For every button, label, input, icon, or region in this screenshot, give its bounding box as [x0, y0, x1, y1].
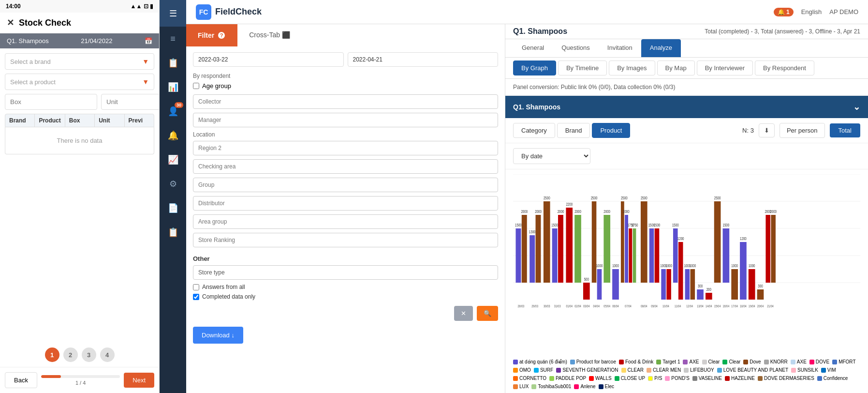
legend-label: DOVE DERMASERIES [764, 376, 814, 381]
sidebar-item-settings[interactable]: ⚙ [160, 172, 186, 196]
area-group-input[interactable] [193, 214, 498, 229]
tab-general[interactable]: General [513, 39, 553, 57]
legend-item: Food & Drink [619, 359, 653, 364]
bar-chart: 1500 2000 28/03 1300 2000 29/03 2500 30/… [513, 174, 860, 310]
sidebar-item-list[interactable]: ≡ [160, 27, 186, 51]
age-group-checkbox[interactable] [193, 83, 199, 89]
svg-rect-19 [558, 215, 563, 283]
region-input[interactable] [193, 141, 498, 155]
group-input[interactable] [193, 178, 498, 192]
brand-button[interactable]: Brand [557, 123, 590, 138]
page-2[interactable]: 2 [63, 348, 78, 362]
product-button[interactable]: Product [592, 123, 630, 138]
date-from-input[interactable] [193, 52, 344, 67]
svg-text:04/04: 04/04 [593, 304, 600, 308]
mobile-panel: 14:00 ▲▲ ⊡ ▮ ✕ Stock Check Q1. Shampoos … [0, 0, 160, 393]
legend-color [758, 376, 763, 381]
collapse-icon[interactable]: ⌄ [853, 102, 860, 112]
unit-input[interactable] [101, 94, 159, 110]
col-unit: Unit [95, 114, 124, 127]
page-4[interactable]: 4 [100, 348, 115, 362]
chart-download-button[interactable]: ⬇ [759, 123, 775, 137]
svg-text:1200: 1200 [740, 236, 747, 242]
legend-label: POND'S [671, 376, 689, 381]
by-date-select[interactable]: By date [513, 148, 590, 164]
age-group-label: Age group [202, 82, 231, 90]
distributor-input[interactable] [193, 196, 498, 211]
product-select[interactable]: Select a product ▼ [5, 74, 154, 90]
tab-analyze[interactable]: Analyze [641, 39, 681, 57]
legend-color [817, 376, 822, 381]
legend-label: WALLS [595, 376, 612, 381]
subtab-by-respondent[interactable]: By Respondent [755, 60, 814, 76]
legend-item: POND'S [665, 376, 689, 381]
filter-clear-button[interactable]: ✕ [454, 306, 473, 321]
progress-fill [41, 375, 61, 378]
subtab-by-images[interactable]: By Images [609, 60, 655, 76]
cross-tab-button[interactable]: Cross-Tab ⬛ [237, 24, 302, 46]
back-button[interactable]: Back [5, 372, 37, 388]
page-1[interactable]: 1 [45, 348, 59, 362]
legend-label: DOVE [816, 359, 829, 364]
answers-from-all-checkbox[interactable] [193, 284, 199, 290]
close-icon[interactable]: ✕ [7, 17, 14, 28]
brand-select[interactable]: Select a brand ▼ [5, 53, 154, 70]
svg-text:1500: 1500 [723, 223, 730, 228]
tab-invitation[interactable]: Invitation [599, 39, 641, 57]
legend-label: AXE [689, 359, 699, 364]
store-type-select[interactable]: Store type [193, 265, 498, 280]
collector-input[interactable] [193, 94, 498, 109]
page-3[interactable]: 3 [82, 348, 96, 362]
box-input[interactable] [5, 94, 97, 110]
svg-text:200: 200 [706, 287, 711, 292]
svg-text:2500: 2500 [621, 196, 628, 201]
sidebar-item-charts[interactable]: 📊 [160, 75, 186, 99]
sidebar-item-docs[interactable]: 📄 [160, 196, 186, 220]
calendar-icon[interactable]: 📅 [145, 37, 152, 45]
language-selector[interactable]: English [801, 8, 822, 15]
per-person-button[interactable]: Per person [780, 123, 825, 138]
nav-toggle[interactable]: ☰ [160, 0, 186, 27]
filter-body: By respondent Age group Location Other S… [186, 46, 505, 349]
legend-label: Product for barcoe [576, 359, 616, 364]
category-button[interactable]: Category [513, 123, 555, 138]
svg-text:18/04: 18/04 [740, 304, 747, 308]
svg-text:01/04: 01/04 [566, 304, 573, 308]
user-menu[interactable]: AP DEMO [829, 8, 858, 15]
sidebar-item-analytics[interactable]: 📈 [160, 148, 186, 172]
legend-item: CLOSE UP [615, 376, 646, 381]
checking-area-input[interactable] [193, 159, 498, 174]
legend-color [692, 376, 697, 381]
sidebar-item-users[interactable]: 👤 30 [160, 99, 186, 123]
svg-rect-55 [649, 228, 654, 283]
svg-text:1500: 1500 [672, 223, 679, 228]
notification-badge[interactable]: 🔔 1 [774, 8, 794, 16]
store-ranking-input[interactable] [193, 233, 498, 247]
date-to-input[interactable] [348, 52, 499, 67]
subtab-by-timeline[interactable]: By Timeline [558, 60, 607, 76]
total-button[interactable]: Total [830, 123, 860, 137]
svg-rect-60 [661, 269, 666, 300]
next-button[interactable]: Next [124, 373, 154, 388]
completed-data-checkbox[interactable] [193, 294, 199, 300]
subtab-by-graph[interactable]: By Graph [513, 60, 556, 76]
by-respondent-label: By respondent [193, 73, 498, 79]
sidebar-item-reports[interactable]: 📋 [160, 51, 186, 75]
subtab-by-interviewer[interactable]: By Interviewer [697, 60, 753, 76]
filter-button[interactable]: Filter ? [186, 24, 237, 46]
subtab-by-map[interactable]: By Map [657, 60, 695, 76]
tab-questions[interactable]: Questions [553, 39, 599, 57]
legend-label: Clear [729, 359, 740, 364]
sidebar-item-notifications[interactable]: 🔔 [160, 123, 186, 148]
sidebar-item-copy[interactable]: 📋 [160, 220, 186, 244]
sub-tab-bar: By Graph By Timeline By Images By Map By… [505, 58, 868, 79]
legend-label: Confidence [824, 376, 848, 381]
filter-search-button[interactable]: 🔍 [477, 306, 498, 321]
top-bar-right: 🔔 1 English AP DEMO [774, 8, 858, 16]
legend-color [791, 360, 795, 364]
table-header: Brand Product Box Unit Previ [5, 114, 154, 127]
completed-data-row: Completed data only [193, 293, 498, 300]
chart-stats: Total (completed) - 3, Total (answered) … [705, 28, 860, 35]
download-button[interactable]: Download ↓ [193, 327, 243, 344]
manager-input[interactable] [193, 113, 498, 127]
